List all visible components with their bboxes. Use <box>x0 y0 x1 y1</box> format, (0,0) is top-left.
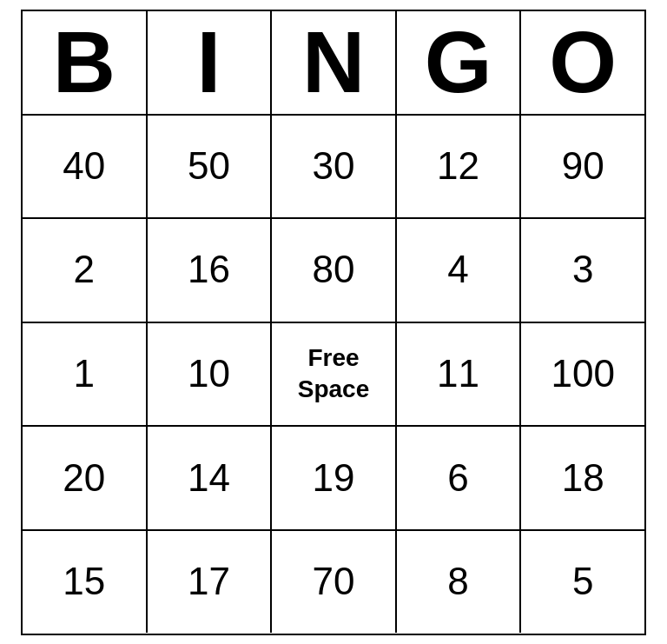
header-letter-b: B <box>23 11 148 114</box>
cell-r0-c2: 30 <box>272 116 397 218</box>
cell-r4-c0: 15 <box>23 531 148 634</box>
cell-r1-c0: 2 <box>23 219 148 322</box>
bingo-card: BINGO 40503012902168043110FreeSpace11100… <box>21 10 646 635</box>
cell-r3-c1: 14 <box>148 427 273 529</box>
cell-r1-c1: 16 <box>148 219 273 322</box>
cell-r3-c2: 19 <box>272 427 397 529</box>
cell-r4-c1: 17 <box>148 531 273 634</box>
cell-r1-c4: 3 <box>521 219 644 322</box>
cell-r1-c2: 80 <box>272 219 397 322</box>
cell-r2-c0: 1 <box>23 323 148 426</box>
cell-r2-c3: 11 <box>397 323 522 426</box>
cell-r3-c4: 18 <box>521 427 644 529</box>
cell-r0-c0: 40 <box>23 116 148 218</box>
cell-r3-c3: 6 <box>397 427 522 529</box>
bingo-row-3: 201419618 <box>23 427 644 531</box>
header-letter-g: G <box>397 11 522 114</box>
cell-r2-c1: 10 <box>148 323 273 426</box>
cell-r0-c1: 50 <box>148 116 273 218</box>
bingo-row-4: 15177085 <box>23 531 644 634</box>
cell-r4-c4: 5 <box>521 531 644 634</box>
cell-r0-c4: 90 <box>521 116 644 218</box>
cell-r2-c4: 100 <box>521 323 644 426</box>
header-letter-i: I <box>148 11 273 114</box>
header-letter-o: O <box>521 11 644 114</box>
cell-r4-c2: 70 <box>272 531 397 634</box>
cell-r3-c0: 20 <box>23 427 148 529</box>
bingo-header: BINGO <box>23 11 644 116</box>
bingo-row-2: 110FreeSpace11100 <box>23 323 644 428</box>
bingo-grid: 40503012902168043110FreeSpace11100201419… <box>23 116 644 634</box>
cell-r1-c3: 4 <box>397 219 522 322</box>
header-letter-n: N <box>272 11 397 114</box>
bingo-row-1: 2168043 <box>23 219 644 323</box>
free-space-cell: FreeSpace <box>272 323 397 426</box>
cell-r0-c3: 12 <box>397 116 522 218</box>
cell-r4-c3: 8 <box>397 531 522 634</box>
bingo-row-0: 4050301290 <box>23 116 644 220</box>
